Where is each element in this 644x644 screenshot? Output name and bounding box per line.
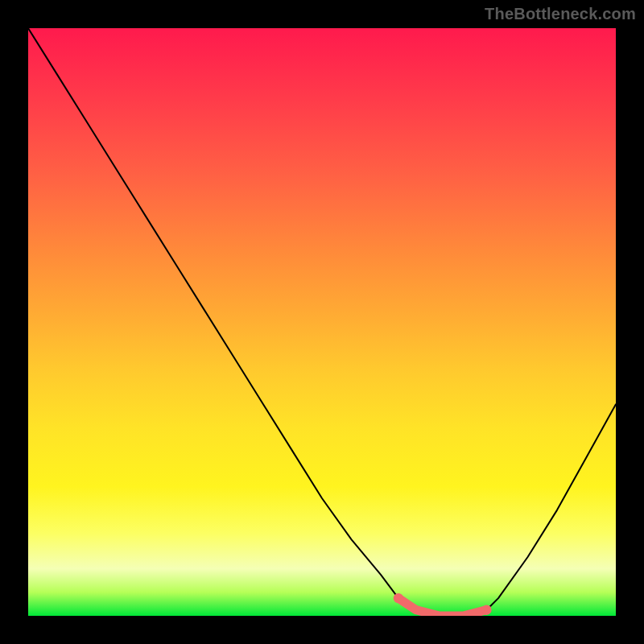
- chart-frame: TheBottleneck.com: [0, 0, 644, 644]
- curve-layer: [28, 28, 616, 616]
- optimal-start-dot: [394, 593, 403, 603]
- plot-area: [28, 28, 616, 616]
- optimal-end-dot: [481, 605, 491, 614]
- attribution-text: TheBottleneck.com: [485, 5, 636, 23]
- optimal-range-highlight: [398, 598, 487, 616]
- bottleneck-curve: [28, 28, 616, 616]
